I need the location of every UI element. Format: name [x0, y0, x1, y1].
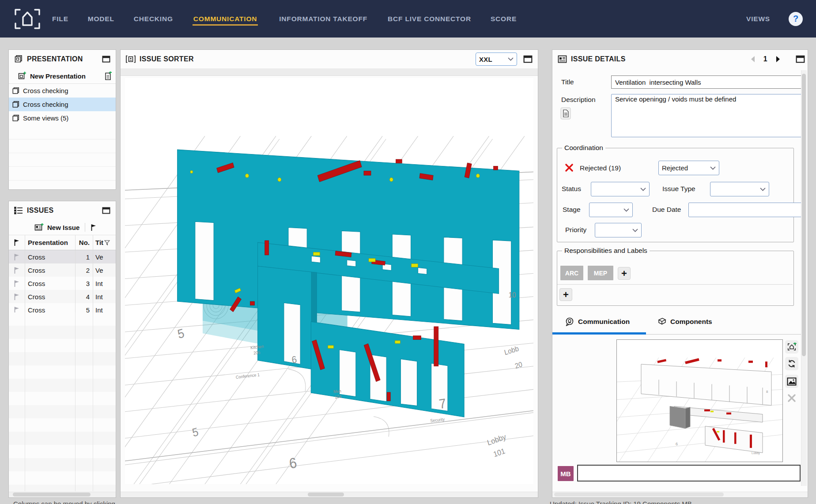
- plan-grid-label: Men: [333, 388, 342, 394]
- add-viewpoint-button[interactable]: [785, 340, 798, 354]
- plan-grid-label: 5: [191, 425, 200, 439]
- issues-panel-title: ISSUES: [27, 207, 54, 214]
- nav-item-file[interactable]: FILE: [51, 12, 69, 26]
- presentation-item-label: Some views (5): [23, 114, 68, 122]
- coordination-state-value: Rejected: [662, 164, 688, 172]
- chevron-down-icon: [710, 166, 716, 170]
- plan-grid-label: 205: [253, 350, 261, 355]
- add-label-button[interactable]: +: [559, 288, 572, 301]
- chevron-down-icon: [632, 229, 638, 232]
- stage-select[interactable]: [589, 203, 633, 217]
- issue-number-cell: 2: [75, 263, 93, 277]
- issues-empty-rows: [9, 312, 116, 491]
- tab-components[interactable]: Components: [657, 317, 712, 327]
- undock-panel-icon[interactable]: [523, 55, 533, 63]
- previous-issue-icon[interactable]: [750, 56, 756, 63]
- plan-grid-label: 104: [335, 394, 342, 399]
- presentation-list-item-selected[interactable]: Cross checking: [9, 98, 116, 111]
- add-responsibility-button[interactable]: +: [618, 267, 631, 280]
- new-presentation-icon: [18, 71, 26, 80]
- details-vscrollbar[interactable]: [801, 70, 807, 486]
- sorter-hscrollbar[interactable]: [121, 492, 538, 497]
- issue-flag-icon[interactable]: [9, 267, 25, 274]
- new-presentation-button[interactable]: New Presentation: [30, 72, 86, 80]
- details-hscrollbar[interactable]: [552, 492, 808, 497]
- issue-type-select[interactable]: [710, 182, 769, 196]
- issue-table-row[interactable]: Cross2Ve: [9, 263, 116, 277]
- help-button[interactable]: ?: [789, 12, 803, 26]
- tab-baseline: [646, 334, 802, 335]
- rejected-status-icon: [564, 163, 574, 174]
- issue-flag-icon[interactable]: [9, 253, 25, 261]
- viewpoint-thumbnail[interactable]: 68 Lobby: [616, 339, 783, 462]
- model-viewport[interactable]: 5566710Lobb20Lobby101Kitchen205Conferenc…: [125, 78, 533, 484]
- nav-item-information-takeoff[interactable]: INFORMATION TAKEOFF: [278, 12, 368, 26]
- svg-text:Lobby: Lobby: [752, 451, 760, 455]
- priority-select[interactable]: [595, 223, 642, 237]
- issues-table-header: Presentation No. Tit: [9, 235, 116, 250]
- column-header-no[interactable]: No.: [75, 235, 93, 250]
- thumbnail-size-select[interactable]: XXL: [476, 53, 517, 66]
- snapshot-image-button[interactable]: [785, 375, 798, 388]
- column-header-title-label: Tit: [95, 239, 103, 246]
- nav-item-views[interactable]: VIEWS: [745, 12, 771, 26]
- svg-text:8: 8: [766, 390, 768, 394]
- issue-flag-icon[interactable]: [9, 293, 25, 301]
- issues-table-body: Cross1VeCross2VeCross3IntCross4IntCross5…: [9, 250, 116, 316]
- refresh-viewpoint-button[interactable]: [785, 357, 798, 370]
- flag-filter-icon[interactable]: [91, 224, 97, 231]
- issue-title-cell: Int: [93, 277, 116, 290]
- nav-item-checking[interactable]: CHECKING: [133, 12, 174, 26]
- responsibility-tag-mep[interactable]: MEP: [588, 266, 613, 280]
- description-doc-icon[interactable]: [560, 107, 571, 121]
- presentation-list: Cross checking Cross checking Some views…: [9, 84, 116, 125]
- active-tab-underline: [552, 332, 646, 335]
- nav-item-score[interactable]: SCORE: [490, 12, 518, 26]
- nav-item-model[interactable]: MODEL: [87, 12, 115, 26]
- issue-flag-icon[interactable]: [9, 280, 25, 287]
- issue-table-row[interactable]: Cross3Int: [9, 277, 116, 290]
- delete-viewpoint-button[interactable]: [785, 391, 798, 405]
- undock-panel-icon[interactable]: [102, 207, 110, 214]
- plan-grid-label: Lobb: [503, 344, 520, 356]
- description-field-label: Description: [561, 96, 596, 104]
- next-issue-icon[interactable]: [775, 56, 781, 63]
- nav-item-communication[interactable]: COMMUNICATION: [193, 12, 258, 26]
- import-presentation-icon[interactable]: [104, 71, 112, 80]
- comment-input[interactable]: [577, 465, 801, 481]
- undock-panel-icon[interactable]: [796, 55, 805, 63]
- sort-filter-icon[interactable]: [104, 240, 110, 245]
- presentation-list-item[interactable]: Cross checking: [9, 84, 116, 98]
- column-header-presentation[interactable]: Presentation: [25, 235, 75, 250]
- new-issue-button[interactable]: New Issue: [47, 224, 79, 231]
- tab-communication[interactable]: Communication: [565, 317, 630, 327]
- issues-toolbar: New Issue: [9, 220, 116, 235]
- presentation-list-item[interactable]: Some views (5): [9, 111, 116, 125]
- issue-title-input[interactable]: [611, 75, 802, 89]
- coordination-state-select[interactable]: Rejected: [658, 161, 719, 175]
- app-logo-icon[interactable]: [13, 8, 42, 30]
- issue-sorter-header: ISSUE SORTER XXL: [121, 50, 538, 68]
- thumbnail-size-value: XXL: [479, 56, 492, 63]
- components-box-icon: [657, 317, 667, 327]
- presentation-panel: PRESENTATION New Presentation Cross chec…: [8, 49, 116, 190]
- stage-label: Stage: [563, 206, 581, 214]
- undock-panel-icon[interactable]: [102, 56, 110, 63]
- issue-table-row[interactable]: Cross1Ve: [9, 250, 116, 263]
- issue-description-textarea[interactable]: Service openingg / voids must be defined: [611, 94, 802, 137]
- due-date-input[interactable]: [688, 203, 802, 217]
- column-header-title[interactable]: Tit: [93, 235, 116, 250]
- issue-details-header: ISSUE DETAILS 1: [552, 50, 808, 68]
- plan-grid-label: 20: [514, 360, 523, 370]
- issues-hscrollbar[interactable]: [9, 492, 116, 497]
- issue-presentation-cell: Cross: [25, 277, 75, 290]
- flag-column-header-icon[interactable]: [9, 239, 25, 246]
- status-select[interactable]: [591, 182, 650, 196]
- nav-item-bcf-live-connector[interactable]: BCF LIVE CONNECTOR: [387, 12, 472, 26]
- issue-number-cell: 4: [75, 290, 93, 303]
- responsibility-tag-arc[interactable]: ARC: [560, 266, 583, 280]
- issue-table-row[interactable]: Cross4Int: [9, 290, 116, 303]
- issue-sorter-panel: ISSUE SORTER XXL: [120, 49, 538, 498]
- responsibilities-legend: Responsibilities and Labels: [562, 247, 650, 255]
- presentation-item-label: Cross checking: [23, 101, 68, 108]
